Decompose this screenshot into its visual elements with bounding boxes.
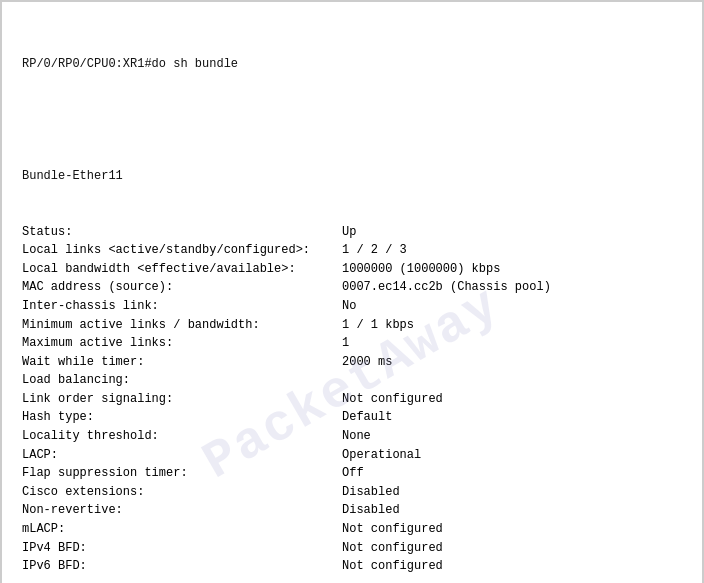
field-key: Locality threshold:	[22, 427, 342, 446]
field-key: Wait while timer:	[22, 353, 342, 372]
fields-container: Status:Up Local links <active/standby/co…	[22, 223, 682, 576]
field-row: Maximum active links:1	[22, 334, 682, 353]
field-key: LACP:	[22, 446, 342, 465]
field-row: Hash type:Default	[22, 408, 682, 427]
bundle-name: Bundle-Ether11	[22, 167, 682, 186]
field-value: Not configured	[342, 520, 443, 539]
field-value: 0007.ec14.cc2b (Chassis pool)	[342, 278, 551, 297]
field-key: Maximum active links:	[22, 334, 342, 353]
terminal-window: PacketAway RP/0/RP0/CPU0:XR1#do sh bundl…	[0, 0, 704, 583]
command-line: RP/0/RP0/CPU0:XR1#do sh bundle	[22, 55, 682, 74]
field-row: Locality threshold:None	[22, 427, 682, 446]
field-row: Load balancing:	[22, 371, 682, 390]
field-key: Minimum active links / bandwidth:	[22, 316, 342, 335]
field-value: Default	[342, 408, 392, 427]
field-key: Inter-chassis link:	[22, 297, 342, 316]
field-key: MAC address (source):	[22, 278, 342, 297]
field-row: Status:Up	[22, 223, 682, 242]
field-key: Hash type:	[22, 408, 342, 427]
field-value: Operational	[342, 446, 421, 465]
field-value: 2000 ms	[342, 353, 392, 372]
field-row: IPv6 BFD:Not configured	[22, 557, 682, 576]
field-key: Local bandwidth <effective/available>:	[22, 260, 342, 279]
field-row: Link order signaling:Not configured	[22, 390, 682, 409]
field-key: Cisco extensions:	[22, 483, 342, 502]
field-row: Local links <active/standby/configured>:…	[22, 241, 682, 260]
field-key: Link order signaling:	[22, 390, 342, 409]
field-key: mLACP:	[22, 520, 342, 539]
port-table-container: Port Device State Port ID B/W, kbps ----…	[22, 576, 682, 583]
field-key: Status:	[22, 223, 342, 242]
field-value: Not configured	[342, 557, 443, 576]
field-value: Disabled	[342, 483, 400, 502]
field-row: Flap suppression timer:Off	[22, 464, 682, 483]
field-value: 1000000 (1000000) kbps	[342, 260, 500, 279]
field-key: Local links <active/standby/configured>:	[22, 241, 342, 260]
field-row: Local bandwidth <effective/available>:10…	[22, 260, 682, 279]
field-key: Flap suppression timer:	[22, 464, 342, 483]
field-value: Not configured	[342, 539, 443, 558]
field-value: 1	[342, 334, 349, 353]
field-row: Minimum active links / bandwidth:1 / 1 k…	[22, 316, 682, 335]
field-value: Up	[342, 223, 356, 242]
field-row: mLACP:Not configured	[22, 520, 682, 539]
field-value: Disabled	[342, 501, 400, 520]
field-value: Off	[342, 464, 364, 483]
field-row: Wait while timer:2000 ms	[22, 353, 682, 372]
field-key: IPv4 BFD:	[22, 539, 342, 558]
field-key: IPv6 BFD:	[22, 557, 342, 576]
field-value: 1 / 2 / 3	[342, 241, 407, 260]
field-value: Not configured	[342, 390, 443, 409]
field-row: MAC address (source):0007.ec14.cc2b (Cha…	[22, 278, 682, 297]
field-value: None	[342, 427, 371, 446]
field-row: LACP:Operational	[22, 446, 682, 465]
terminal-content: RP/0/RP0/CPU0:XR1#do sh bundle Bundle-Et…	[22, 18, 682, 223]
field-key: Load balancing:	[22, 371, 342, 390]
field-value: No	[342, 297, 356, 316]
field-value: 1 / 1 kbps	[342, 316, 414, 335]
field-row: Inter-chassis link:No	[22, 297, 682, 316]
field-row: IPv4 BFD:Not configured	[22, 539, 682, 558]
blank-line	[22, 111, 682, 130]
field-row: Cisco extensions:Disabled	[22, 483, 682, 502]
field-row: Non-revertive:Disabled	[22, 501, 682, 520]
field-key: Non-revertive:	[22, 501, 342, 520]
